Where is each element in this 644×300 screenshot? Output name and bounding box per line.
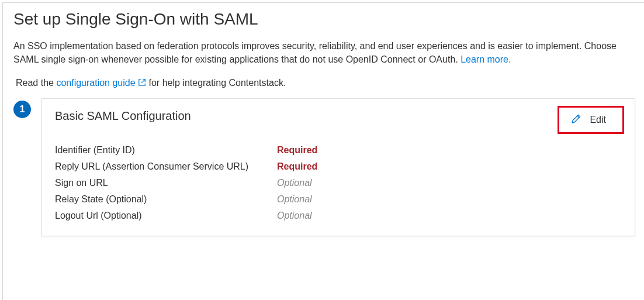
page-title: Set up Single Sign-On with SAML (13, 10, 635, 29)
step-number-badge: 1 (13, 101, 31, 118)
card-header: Basic SAML Configuration Edit (55, 109, 622, 134)
edit-label: Edit (590, 115, 606, 125)
help-prefix: Read the (16, 78, 56, 88)
step-1-row: 1 Basic SAML Configuration Edit Identifi… (13, 98, 635, 236)
logout-url-value: Optional (277, 209, 622, 223)
configuration-guide-link[interactable]: configuration guide (56, 78, 148, 88)
sign-on-url-label: Sign on URL (55, 176, 277, 190)
basic-saml-config-card: Basic SAML Configuration Edit Identifier… (41, 98, 635, 236)
config-fields: Identifier (Entity ID) Required Reply UR… (55, 143, 622, 223)
relay-state-label: Relay State (Optional) (55, 192, 277, 206)
learn-more-link[interactable]: Learn more. (461, 54, 511, 64)
help-suffix: for help integrating Contentstack. (149, 78, 286, 88)
external-link-icon (138, 78, 146, 89)
logout-url-label: Logout Url (Optional) (55, 209, 277, 223)
reply-url-label: Reply URL (Assertion Consumer Service UR… (55, 160, 277, 174)
relay-state-value: Optional (277, 192, 622, 206)
sso-saml-setup-page: Set up Single Sign-On with SAML An SSO i… (2, 2, 644, 300)
card-title: Basic SAML Configuration (55, 109, 191, 123)
help-text: Read the configuration guide for help in… (13, 78, 635, 89)
edit-button[interactable]: Edit (558, 106, 624, 134)
intro-text: An SSO implementation based on federatio… (13, 39, 635, 66)
identifier-label: Identifier (Entity ID) (55, 143, 277, 157)
configuration-guide-label: configuration guide (56, 78, 135, 88)
pencil-icon (571, 113, 581, 126)
sign-on-url-value: Optional (277, 176, 622, 190)
intro-prefix: An SSO implementation based on federatio… (13, 41, 617, 64)
reply-url-value: Required (277, 160, 622, 174)
identifier-value: Required (277, 143, 622, 157)
